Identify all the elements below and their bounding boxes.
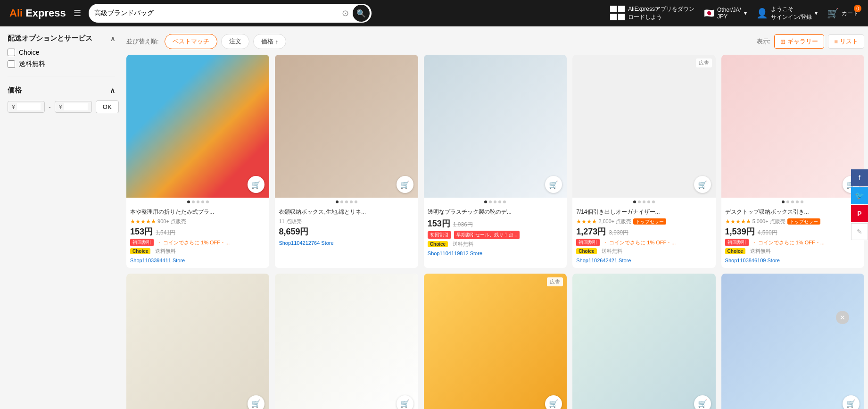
product-image: 🛒 <box>126 274 269 409</box>
sort-price[interactable]: 価格 ↑ <box>253 34 287 49</box>
price-collapse-icon[interactable]: ∧ <box>110 86 115 95</box>
product-card[interactable]: 🛒 ブルー積み重ね収納ボックス <box>721 274 864 409</box>
product-grid: 🛒 本や整理用の折りたたみ式プラ... ★★★★★ 900+ 点販売 153円 … <box>126 55 864 409</box>
facebook-share-button[interactable]: f <box>851 169 868 186</box>
dot <box>336 200 339 203</box>
dot <box>192 200 195 203</box>
product-title: 本や整理用の折りたたみ式プラ... <box>130 208 265 216</box>
search-button[interactable]: 🔍 <box>353 5 370 22</box>
logo-express: Express <box>25 7 66 19</box>
sold-count: 2,000+ 点販売 <box>598 218 631 224</box>
close-float-button[interactable]: ✕ <box>836 311 849 324</box>
add-to-cart-button[interactable]: 🛒 <box>545 176 562 193</box>
price-filter-title: 価格 ∧ <box>8 86 115 95</box>
price-row: 153円 1,936円 <box>428 218 563 229</box>
choice-checkbox[interactable] <box>8 49 15 56</box>
top-seller-badge: トップセラー <box>787 218 820 225</box>
language-selector[interactable]: 🇯🇵 Other/JA/ JPY ▾ <box>704 7 747 20</box>
sort-orders[interactable]: 注文 <box>221 34 249 49</box>
current-price: 153円 <box>428 218 450 229</box>
coin-badge: ・ コインでさらに 1% OFF・... <box>752 239 825 246</box>
product-card[interactable]: 🛒 キッチン収納カートオーガナイザー <box>275 274 418 409</box>
menu-icon[interactable]: ☰ <box>74 8 81 18</box>
price-min-input[interactable] <box>17 103 41 110</box>
product-card[interactable]: 🛒 本や整理用の折りたたみ式プラ... ★★★★★ 900+ 点販売 153円 … <box>126 55 269 268</box>
price-ok-button[interactable]: OK <box>96 100 119 113</box>
sort-best-match[interactable]: ベストマッチ <box>165 34 217 49</box>
twitter-share-button[interactable]: 🐦 <box>851 187 868 204</box>
logo[interactable]: AliExpress <box>9 7 66 19</box>
app-download[interactable]: AliExpressアプリをダウン ロードしよう <box>610 5 694 21</box>
discount-badge: 初回割引 <box>576 239 600 246</box>
chevron-down-icon-account: ▾ <box>815 10 818 17</box>
sort-price-arrow: ↑ <box>275 38 279 45</box>
shop-link[interactable]: Shop1104119812 Store <box>428 250 563 256</box>
product-card[interactable]: 広告 🛒 お弁当ボックス食品収納 <box>424 274 567 409</box>
product-title: 透明なプラスチック製の靴のデ... <box>428 208 563 216</box>
product-image: 🛒 <box>126 55 269 198</box>
app-download-text: AliExpressアプリをダウン ロードしよう <box>628 5 694 21</box>
dot <box>187 200 190 203</box>
sold-count: 11 点販売 <box>279 218 301 224</box>
dot <box>633 200 636 203</box>
dot <box>638 200 641 203</box>
discount-badge: 初回割引 <box>428 231 451 239</box>
collapse-icon[interactable]: ∧ <box>110 35 115 42</box>
add-to-cart-button[interactable]: 🛒 <box>694 176 711 193</box>
product-info: 衣類収納ボックス,生地,綿とリネ... 11 点販売 8,659円 Shop11… <box>275 205 418 250</box>
add-to-cart-button[interactable]: 🛒 <box>397 176 413 193</box>
qr-icon <box>610 6 625 21</box>
product-card[interactable]: 🛒 木製トップ収納ボックス（パン... <box>126 274 269 409</box>
choice-row: Choice送料無料 <box>576 248 711 255</box>
current-price: 1,539円 <box>725 226 755 237</box>
product-card[interactable]: 広告 🛒 7/14個引き出しオーガナイザー... ★★★★ 2,000+ 点販売… <box>572 55 715 268</box>
free-shipping: 送料無料 <box>155 248 176 255</box>
product-card[interactable]: 🛒 デスクトップ収納ボックス引き... ★★★★★ 5,000+ 点販売トップセ… <box>721 55 864 268</box>
choice-label[interactable]: Choice <box>19 49 40 56</box>
product-stars: ★★★★★ 900+ 点販売 <box>130 218 265 225</box>
add-to-cart-button[interactable]: 🛒 <box>843 395 860 409</box>
camera-icon[interactable]: ⊙ <box>338 8 353 18</box>
coin-badge: ・ コインでさらに 1% OFF・... <box>157 239 230 246</box>
product-card[interactable]: 🛒 ポルカドット収納コンテナ <box>572 274 715 409</box>
product-image: 🛒 <box>424 55 567 198</box>
shop-link[interactable]: Shop1103394411 Store <box>130 258 265 263</box>
dot <box>345 200 348 203</box>
sort-bar: 並び替え順: ベストマッチ 注文 価格 ↑ 表示: ⊞ ギャラリー ≡ リスト <box>126 34 864 49</box>
current-price: 8,659円 <box>279 226 308 237</box>
product-image: 🛒 <box>275 55 418 198</box>
free-shipping-label[interactable]: 送料無料 <box>19 60 45 68</box>
sold-count: 900+ 点販売 <box>157 218 186 224</box>
cart-count: 0 <box>854 5 861 12</box>
add-to-cart-button[interactable]: 🛒 <box>248 395 265 409</box>
product-card[interactable]: 🛒 衣類収納ボックス,生地,綿とリネ... 11 点販売 8,659円 Shop… <box>275 55 418 268</box>
pinterest-share-button[interactable]: P <box>851 205 868 222</box>
price-row: 153円 1,541円 <box>130 226 265 237</box>
user-icon: 👤 <box>756 8 768 19</box>
sort-label: 並び替え順: <box>126 37 159 46</box>
add-to-cart-button[interactable]: 🛒 <box>397 395 413 409</box>
price-max-input[interactable] <box>64 103 88 110</box>
search-input[interactable] <box>94 9 338 17</box>
account[interactable]: 👤 ようこそ サインイン/登録 ▾ <box>756 5 818 21</box>
add-to-cart-button[interactable]: 🛒 <box>248 176 265 193</box>
cart[interactable]: 🛒 0 カート <box>827 8 859 19</box>
shop-link[interactable]: Shop1102642421 Store <box>576 258 711 263</box>
choice-row: Choice送料無料 <box>130 248 265 255</box>
discount-badge: 初回割引 <box>725 239 749 246</box>
product-card[interactable]: 🛒 透明なプラスチック製の靴のデ... 153円 1,936円 初回割引早期割引… <box>424 55 567 268</box>
cart-icon: 🛒 <box>827 8 839 19</box>
free-shipping-checkbox[interactable] <box>8 60 15 68</box>
add-to-cart-button[interactable]: 🛒 <box>694 395 711 409</box>
price-filter: 価格 ∧ ¥ - ¥ OK <box>8 86 115 113</box>
flag-icon: 🇯🇵 <box>704 8 714 18</box>
gallery-view-button[interactable]: ⊞ ギャラリー <box>774 34 824 49</box>
sidebar: 配送オプションとサービス ∧ Choice 送料無料 価格 ∧ ¥ - <box>0 34 123 409</box>
price-max-input-wrap: ¥ <box>55 101 92 113</box>
choice-tag: Choice <box>130 248 150 254</box>
edit-button[interactable]: ✎ <box>851 223 868 240</box>
shop-link[interactable]: Shop1103846109 Store <box>725 258 860 263</box>
add-to-cart-button[interactable]: 🛒 <box>545 395 562 409</box>
list-view-button[interactable]: ≡ リスト <box>828 34 864 49</box>
shop-link[interactable]: Shop1104212764 Store <box>279 240 414 246</box>
